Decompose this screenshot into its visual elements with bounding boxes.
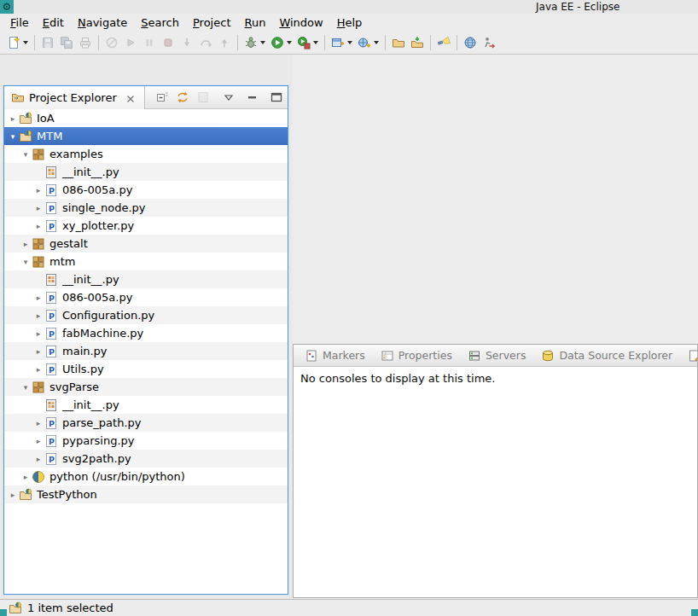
expander-expanded-icon[interactable]: ▾	[20, 258, 32, 266]
status-bar: 1 item selected	[0, 599, 698, 616]
tree-item-parse-path-py[interactable]: ▸Pparse_path.py	[4, 414, 288, 432]
open-folder-button[interactable]	[389, 32, 408, 53]
link-with-editor-button[interactable]	[174, 89, 191, 106]
new-project-button[interactable]	[329, 32, 355, 53]
run-on-server-button[interactable]	[480, 32, 498, 53]
search-button[interactable]	[434, 32, 453, 53]
terminate-button[interactable]	[159, 32, 177, 53]
tree-item-086-005a-py[interactable]: ▸P086-005a.py	[4, 181, 288, 199]
tab-servers[interactable]: Servers	[460, 345, 534, 367]
expander-collapsed-icon[interactable]: ▸	[32, 186, 44, 195]
run-button[interactable]	[268, 32, 294, 53]
debug-button[interactable]	[241, 32, 268, 53]
web-browser-button[interactable]	[461, 32, 480, 53]
tree-item-svg2path-py[interactable]: ▸Psvg2path.py	[4, 450, 288, 468]
expander-collapsed-icon[interactable]: ▸	[7, 114, 19, 123]
chevron-down-icon[interactable]	[260, 41, 265, 44]
new-web-component-button[interactable]	[355, 32, 381, 53]
tree-item-mtm[interactable]: ▾MTM	[4, 127, 288, 145]
print-button[interactable]	[76, 32, 95, 53]
expander-expanded-icon[interactable]: ▾	[20, 383, 32, 392]
tree-item-pyparsing-py[interactable]: ▸Ppyparsing.py	[4, 432, 288, 450]
expander-collapsed-icon[interactable]: ▸	[32, 347, 44, 356]
resize-grip-bottom-right[interactable]	[691, 609, 698, 616]
tree-item-configuration-py[interactable]: ▸PConfiguration.py	[4, 306, 288, 324]
expander-collapsed-icon[interactable]: ▸	[32, 204, 44, 212]
tab-markers[interactable]: Markers	[297, 345, 373, 367]
menu-window[interactable]: Window	[272, 15, 329, 30]
tab-data-source-explorer[interactable]: Data Source Explorer	[533, 345, 680, 367]
save-all-button[interactable]	[57, 32, 76, 53]
expander-collapsed-icon[interactable]: ▸	[32, 419, 44, 427]
minimize-button[interactable]	[244, 89, 261, 106]
tree-item-testpython[interactable]: ▸TestPython	[4, 485, 288, 503]
expander-collapsed-icon[interactable]: ▸	[32, 293, 44, 302]
tab-project-explorer[interactable]: Project Explorer	[4, 86, 145, 109]
resize-grip-bottom-left[interactable]	[0, 609, 7, 616]
external-tools-button[interactable]	[294, 32, 321, 53]
tree-item-init-py[interactable]: __init__.py	[4, 270, 288, 288]
expander-collapsed-icon[interactable]: ▸	[7, 491, 19, 499]
new-wizard-button[interactable]	[4, 32, 31, 53]
svg-text:P: P	[49, 185, 55, 195]
chevron-down-icon[interactable]	[374, 41, 379, 44]
tree-item-gestalt[interactable]: ▸gestalt	[4, 235, 288, 253]
step-over-button[interactable]	[196, 32, 215, 53]
tree-item-single-node-py[interactable]: ▸Psingle_node.py	[4, 199, 288, 217]
window-manager-icon[interactable]: ⚙	[0, 0, 14, 14]
maximize-button[interactable]	[268, 89, 285, 106]
expander-collapsed-icon[interactable]: ▸	[20, 473, 32, 481]
chevron-down-icon[interactable]	[287, 41, 292, 44]
expander-collapsed-icon[interactable]: ▸	[32, 311, 44, 320]
menu-help[interactable]: Help	[330, 15, 369, 30]
filters-button[interactable]	[195, 89, 212, 106]
expander-collapsed-icon[interactable]: ▸	[32, 222, 44, 230]
tree-item-label: gestalt	[49, 237, 88, 250]
tree-item-086-005a-py[interactable]: ▸P086-005a.py	[4, 288, 288, 306]
expander-collapsed-icon[interactable]: ▸	[20, 240, 32, 248]
tree-item-utils-py[interactable]: ▸PUtils.py	[4, 360, 288, 378]
pyfile-icon: P	[44, 309, 58, 323]
step-return-button[interactable]	[215, 32, 234, 53]
menu-search[interactable]: Search	[134, 15, 186, 30]
tree-item-svgparse[interactable]: ▾svgParse	[4, 378, 288, 396]
save-button[interactable]	[38, 32, 57, 53]
menu-navigate[interactable]: Navigate	[71, 15, 134, 30]
tree-item-mtm[interactable]: ▾mtm	[4, 253, 288, 270]
view-menu-button[interactable]	[220, 89, 237, 106]
chevron-down-icon[interactable]	[23, 41, 28, 44]
menu-run[interactable]: Run	[237, 15, 272, 30]
svg-text:P: P	[49, 418, 55, 427]
chevron-down-icon[interactable]	[347, 41, 352, 44]
close-icon[interactable]	[124, 92, 137, 102]
expander-expanded-icon[interactable]: ▾	[20, 150, 32, 159]
collapse-all-button[interactable]	[154, 89, 171, 106]
menu-project[interactable]: Project	[186, 15, 238, 30]
chevron-down-icon[interactable]	[313, 41, 318, 44]
skip-breakpoints-button[interactable]	[102, 32, 121, 53]
menu-edit[interactable]: Edit	[36, 15, 71, 30]
tree-item-init-py[interactable]: __init__.py	[4, 396, 288, 414]
package-icon	[32, 255, 45, 269]
expander-collapsed-icon[interactable]: ▸	[32, 455, 44, 463]
tree-item-init-py[interactable]: __init__.py	[4, 163, 288, 181]
suspend-button[interactable]	[140, 32, 159, 53]
tree-item-main-py[interactable]: ▸Pmain.py	[4, 342, 288, 360]
tree-item-ioa[interactable]: ▸IoA	[4, 109, 288, 127]
import-folder-button[interactable]	[408, 32, 427, 53]
servers-icon	[468, 349, 481, 363]
resume-button[interactable]	[121, 32, 140, 53]
expander-collapsed-icon[interactable]: ▸	[32, 365, 44, 374]
expander-expanded-icon[interactable]: ▾	[7, 132, 19, 141]
menu-file[interactable]: File	[3, 15, 36, 30]
svg-text:P: P	[49, 346, 55, 356]
tab-properties[interactable]: Properties	[373, 345, 460, 367]
expander-collapsed-icon[interactable]: ▸	[32, 437, 44, 445]
tree-item-examples[interactable]: ▾examples	[4, 145, 288, 163]
expander-collapsed-icon[interactable]: ▸	[32, 329, 44, 338]
step-into-button[interactable]	[177, 32, 196, 53]
tree-item-xy-plotter-py[interactable]: ▸Pxy_plotter.py	[4, 217, 288, 235]
tab-snippets[interactable]: Snippets	[680, 345, 697, 367]
tree-item-fabmachine-py[interactable]: ▸PfabMachine.py	[4, 324, 288, 342]
tree-item-python-usr-bin-python[interactable]: ▸python (/usr/bin/python)	[4, 468, 288, 485]
